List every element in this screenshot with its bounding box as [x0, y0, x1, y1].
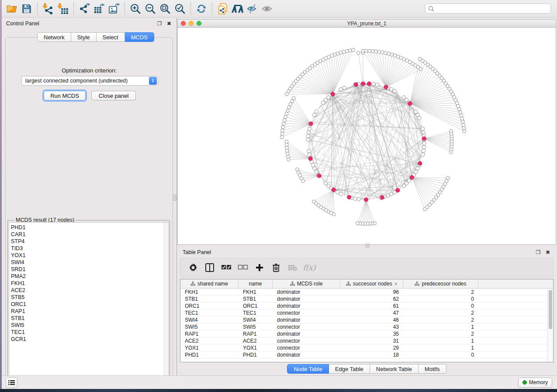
memory-button[interactable]: Memory — [518, 378, 552, 388]
toolbar-separator — [212, 2, 212, 15]
mcds-result-item[interactable]: FKH1 — [11, 280, 169, 287]
mcds-result-item[interactable]: PMA2 — [11, 273, 169, 280]
export-image-icon[interactable] — [107, 2, 121, 16]
table-cell: SWI5 — [239, 324, 273, 330]
column-header-shared-name[interactable]: shared name — [180, 279, 239, 288]
mcds-result-item[interactable]: CAR1 — [11, 231, 169, 238]
table-row[interactable]: TEC1TEC1connector472 — [180, 309, 553, 316]
show-all-icon[interactable] — [260, 2, 275, 16]
table-cell: 61 — [340, 303, 403, 309]
refresh-layout-icon[interactable] — [194, 2, 209, 16]
split-table-icon[interactable] — [203, 261, 216, 274]
delete-table-icon[interactable] — [286, 261, 299, 274]
mcds-result-item[interactable]: STB5 — [11, 294, 169, 301]
first-neighbors-icon[interactable] — [230, 2, 245, 16]
import-network-icon[interactable] — [41, 2, 55, 16]
criterion-dropdown[interactable]: largest connected component (undirected)… — [21, 76, 158, 86]
network-graph[interactable] — [178, 28, 556, 244]
delete-column-icon[interactable] — [270, 261, 283, 274]
table-cell: connector — [273, 345, 340, 351]
table-scrollbar-thumb[interactable] — [549, 290, 552, 329]
table-row[interactable]: FKH1FKH1dominator962 — [180, 289, 553, 296]
vertical-splitter-handle[interactable] — [173, 195, 176, 201]
network-canvas[interactable] — [177, 28, 556, 245]
table-row[interactable]: ACE2ACE2connector311 — [180, 337, 553, 344]
mcds-list-scrollbar[interactable] — [164, 223, 169, 381]
table-row[interactable]: STB1STB1dominator620 — [180, 296, 553, 303]
table-panel-tabs: Node TableEdge TableNetwork TableMotifs — [177, 364, 556, 374]
column-header-successor-nodes[interactable]: successor nodes∨ — [340, 279, 403, 288]
tab-select[interactable]: Select — [97, 32, 125, 42]
zoom-out-icon[interactable] — [143, 2, 158, 16]
mcds-result-item[interactable]: TID3 — [11, 245, 169, 252]
mcds-result-item[interactable]: STP4 — [11, 238, 169, 245]
search-field[interactable] — [434, 6, 548, 12]
zoom-in-icon[interactable] — [128, 2, 143, 16]
close-panel-icon[interactable]: ✖ — [545, 249, 551, 255]
hide-selected-icon[interactable] — [245, 2, 260, 16]
table-settings-gear-icon[interactable] — [187, 261, 200, 274]
main-toolbar — [2, 0, 557, 17]
export-table-icon[interactable] — [92, 2, 107, 16]
mcds-result-item[interactable]: ORC1 — [11, 301, 169, 308]
column-header-predecessor-nodes[interactable]: predecessor nodes — [403, 279, 478, 288]
mcds-result-item[interactable]: STB1 — [11, 315, 169, 322]
table-cell: 1 — [403, 324, 478, 330]
close-panel-button[interactable]: Close panel — [91, 91, 136, 100]
tab-mcds[interactable]: MCDS — [125, 32, 154, 42]
export-network-icon[interactable] — [77, 2, 92, 16]
float-panel-icon[interactable]: ❐ — [535, 249, 541, 255]
import-table-icon[interactable] — [55, 2, 70, 16]
close-panel-icon[interactable]: ✖ — [166, 21, 172, 27]
clone-network-icon[interactable] — [215, 2, 230, 16]
table-row[interactable]: RAP1RAP1dominator352 — [180, 330, 553, 337]
table-scrollbar[interactable] — [547, 289, 553, 362]
table-cell: 46 — [340, 317, 403, 323]
table-row[interactable]: SWI5SWI5connector431 — [180, 323, 553, 330]
select-all-rows-icon[interactable] — [220, 261, 233, 274]
zoom-fit-icon[interactable] — [158, 2, 173, 16]
tab-motifs[interactable]: Motifs — [419, 364, 446, 374]
add-column-icon[interactable] — [253, 261, 266, 274]
open-file-icon[interactable] — [4, 2, 19, 16]
mcds-result-item[interactable]: SRD1 — [11, 266, 169, 273]
column-type-icon — [190, 282, 195, 286]
tab-network[interactable]: Network — [37, 32, 71, 42]
sort-descending-icon[interactable]: ∨ — [394, 282, 398, 286]
mcds-result-item[interactable]: PHD1 — [11, 224, 169, 231]
mcds-result-item[interactable]: SWI5 — [11, 322, 169, 329]
task-history-button[interactable] — [6, 377, 17, 388]
mcds-result-item[interactable]: YOX1 — [11, 252, 169, 259]
mcds-result-list[interactable]: PHD1CAR1STP4TID3YOX1SWI4SRD1PMA2FKH1ACE2… — [9, 222, 169, 381]
mcds-result-item[interactable]: SWI4 — [11, 259, 169, 266]
mcds-result-item[interactable]: GCR1 — [11, 336, 169, 343]
run-mcds-button[interactable]: Run MCDS — [44, 91, 86, 100]
mcds-result-item[interactable]: TEC1 — [11, 329, 169, 336]
deselect-all-rows-icon[interactable] — [236, 261, 249, 274]
tab-edge-table[interactable]: Edge Table — [329, 364, 370, 374]
zoom-selected-icon[interactable] — [173, 2, 187, 16]
mcds-result-item[interactable]: RAP1 — [11, 308, 169, 315]
network-window-titlebar[interactable]: YPA_prune.txt_1 — [177, 19, 556, 28]
column-header-MCDS-role[interactable]: MCDS role — [273, 279, 340, 288]
tab-style[interactable]: Style — [71, 32, 97, 42]
table-row[interactable]: ORC1ORC1dominator610 — [180, 303, 553, 309]
search-input[interactable] — [425, 3, 551, 14]
function-builder-icon[interactable]: f(x) — [303, 261, 316, 274]
control-panel-tabs: NetworkStyleSelectMCDS — [37, 32, 154, 42]
optimization-criterion-label: Optimization criterion: — [6, 67, 173, 74]
table-cell: SWI4 — [239, 317, 273, 323]
table-panel-title: Table Panel — [183, 249, 211, 255]
splitter-handle[interactable] — [365, 244, 370, 248]
tab-node-table[interactable]: Node Table — [287, 364, 329, 374]
node-table-header: shared namenameMCDS rolesuccessor nodes∨… — [180, 279, 553, 289]
save-session-icon[interactable] — [19, 2, 34, 16]
table-row[interactable]: SWI4SWI4dominator462 — [180, 316, 553, 323]
float-panel-icon[interactable]: ❐ — [156, 21, 163, 27]
column-header-name[interactable]: name — [239, 279, 273, 288]
table-cell: FKH1 — [239, 289, 273, 295]
tab-network-table[interactable]: Network Table — [370, 364, 419, 374]
table-row[interactable]: PHD1PHD1dominator180 — [180, 351, 553, 358]
mcds-result-item[interactable]: ACE2 — [11, 287, 169, 294]
table-row[interactable]: YOX1YOX1connector291 — [180, 344, 553, 351]
